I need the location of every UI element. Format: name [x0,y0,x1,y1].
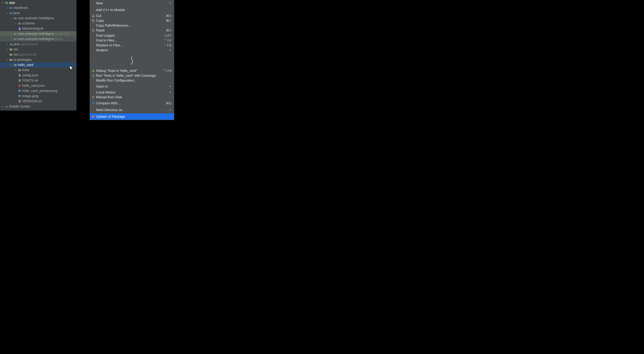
tree-row[interactable]: FONTS.txt [0,78,76,83]
chevron-right-icon[interactable] [6,48,8,51]
folder-icon [10,11,12,14]
chevron-spacer [14,84,17,87]
menu-item[interactable]: Debug 'Tests in 'hello_card''⌃⇧F9 [90,68,174,73]
chevron-down-icon[interactable] [6,12,8,14]
folder-icon [10,6,12,9]
tree-label: MainActivity.kt [22,27,43,30]
tree-row[interactable]: java [0,10,76,15]
menu-item[interactable]: Open In [90,83,174,90]
tree-row[interactable]: ui-packages [0,57,76,62]
chevron-down-icon[interactable] [6,58,8,61]
tree-row[interactable]: VERSION.txt [0,99,76,104]
tree-label: hello_card.json [22,84,45,88]
tree-row[interactable]: hello_card.json [0,83,76,88]
gradle-icon [5,105,8,108]
img-icon [18,95,21,98]
tree-row[interactable]: res(generated) [0,52,76,57]
tree-row[interactable]: hello_card_preview.png [0,88,76,93]
chevron-right-icon[interactable] [14,22,17,25]
menu-item[interactable]: Copy⌘C [90,18,174,23]
svg-point-44 [19,85,21,87]
menu-item[interactable]: Mark Directory as [90,107,174,113]
menu-item-label: Add C++ to Module [96,8,172,12]
tree-row[interactable]: com.example.hellofigma(test) [0,36,76,41]
menu-item[interactable]: Compare With...⌘D [90,100,174,106]
tree-row[interactable]: ui.theme [0,21,76,26]
tree-row[interactable]: MainActivity.kt [0,26,76,31]
resfolder-icon [10,53,12,56]
menu-item[interactable]: Copy Path/Reference... [90,23,174,28]
svg-rect-39 [18,79,21,82]
chevron-right-icon[interactable] [1,105,4,108]
tree-label: image.jpeg [22,94,38,98]
txt-icon [18,79,21,82]
tree-row[interactable]: com.example.hellofigma(androidTe [0,31,76,36]
menu-item[interactable]: Local History [90,90,174,95]
resfolder-icon [10,58,12,61]
tree-row[interactable]: manifests [0,5,76,10]
menu-item[interactable]: Find in Files...⌃⇧F [90,38,174,43]
tree-row[interactable]: Gradle Scripts [0,104,76,109]
menu-item-shortcut: ⌃⇧F9 [162,69,172,73]
svg-point-46 [19,90,20,91]
menu-item[interactable]: Add C++ to Module [90,7,174,13]
tree-row[interactable]: hello_card [0,62,76,67]
menu-item-label: Find Usages [96,34,164,37]
module-icon [5,1,8,4]
svg-point-61 [93,70,94,70]
paste-icon [92,29,95,32]
svg-rect-50 [19,100,20,101]
chevron-down-icon[interactable] [1,1,4,4]
menu-item[interactable]: Paste⌘V [90,28,174,33]
copy-icon [92,19,95,22]
tree-label: com.example.hellofigma [18,37,54,41]
tree-row[interactable]: config.json [0,73,76,78]
svg-rect-33 [14,64,16,66]
tree-row[interactable]: app [0,0,76,5]
chevron-right-icon[interactable] [6,6,8,9]
chevron-right-icon[interactable] [6,43,8,45]
tree-row[interactable]: image.jpeg [0,93,76,99]
tree-row[interactable]: com.example.hellofigma [0,15,76,21]
tree-label: manifests [14,6,28,10]
svg-point-12 [20,23,21,24]
ktfile-icon [18,27,21,30]
tree-row[interactable]: fonts [0,67,76,73]
tree-row[interactable]: java(generated) [0,41,76,47]
chevron-right-icon[interactable] [10,38,13,40]
chevron-down-icon[interactable] [10,64,13,66]
tree-label: Gradle Scripts [9,105,30,108]
svg-point-53 [6,107,6,107]
json-icon [18,74,21,77]
svg-rect-57 [93,20,94,22]
menu-item[interactable]: Reload from Disk [90,95,174,100]
svg-rect-35 [18,69,21,71]
menu-item[interactable]: Find Usages⌥F7 [90,33,174,38]
menu-item[interactable]: Run 'Tests in 'hello_card'' with Coverag… [90,73,174,78]
menu-item-shortcut: ⌘V [166,28,172,32]
menu-item[interactable]: Modify Run Configuration... [90,78,174,83]
svg-rect-58 [92,29,94,32]
chevron-right-icon[interactable] [10,32,13,35]
menu-item[interactable]: Update UI Package [90,113,174,120]
svg-rect-36 [18,69,20,70]
figma-icon [92,115,95,118]
svg-rect-22 [10,43,11,44]
chevron-spacer [14,27,17,30]
menu-item[interactable]: New [90,0,174,6]
menu-item-shortcut: ⌘C [166,19,172,23]
bug-icon [92,69,95,72]
svg-point-38 [19,75,20,76]
compare-icon [92,102,95,105]
menu-item[interactable]: Replace in Files...⌃⇧R [90,43,174,48]
svg-rect-28 [10,54,11,54]
menu-item[interactable]: Analyze [90,48,174,53]
svg-rect-26 [10,50,12,50]
chevron-right-icon [170,85,172,88]
chevron-right-icon[interactable] [14,69,17,71]
menu-item[interactable]: Cut⌘X [90,13,174,18]
menu-item-label: Compare With... [96,101,166,105]
svg-rect-59 [93,29,94,30]
tree-row[interactable]: res [0,47,76,52]
chevron-down-icon[interactable] [10,17,13,19]
